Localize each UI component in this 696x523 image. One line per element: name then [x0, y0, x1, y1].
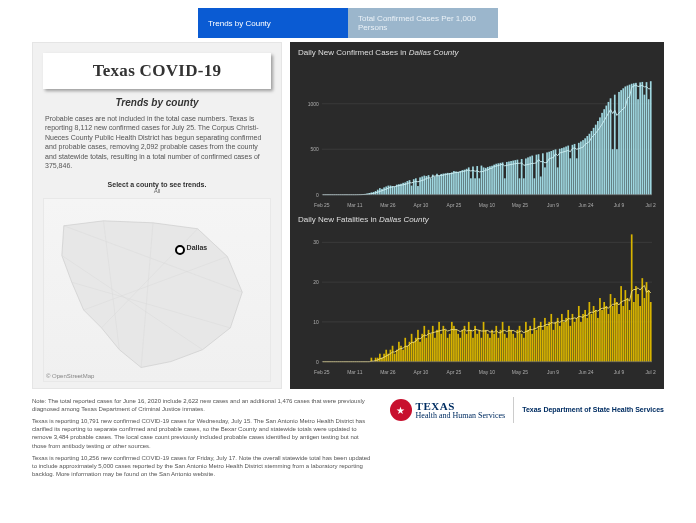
- svg-rect-249: [464, 326, 466, 362]
- svg-rect-99: [519, 178, 521, 194]
- svg-rect-134: [593, 128, 595, 195]
- svg-rect-337: [650, 302, 652, 362]
- svg-rect-235: [434, 338, 436, 362]
- svg-rect-160: [648, 99, 650, 194]
- svg-rect-329: [633, 302, 635, 362]
- svg-rect-250: [466, 334, 468, 362]
- svg-rect-288: [546, 326, 548, 362]
- svg-rect-110: [542, 153, 544, 194]
- svg-rect-209: [379, 354, 381, 362]
- svg-rect-58: [432, 175, 434, 195]
- tab-cases-per-1k[interactable]: Total Confirmed Cases Per 1,000 Persons: [348, 8, 498, 38]
- svg-rect-124: [572, 145, 574, 195]
- svg-rect-284: [538, 326, 540, 362]
- svg-rect-63: [443, 174, 445, 195]
- svg-rect-135: [595, 125, 597, 195]
- svg-rect-216: [394, 354, 396, 362]
- svg-text:Apr 25: Apr 25: [447, 370, 462, 375]
- county-map[interactable]: Dallas © OpenStreetMap: [43, 198, 271, 382]
- svg-rect-314: [601, 310, 603, 362]
- svg-rect-332: [639, 306, 641, 362]
- svg-text:Jul 9: Jul 9: [614, 203, 625, 208]
- svg-rect-221: [404, 338, 406, 362]
- svg-rect-323: [620, 286, 622, 362]
- svg-rect-309: [591, 314, 593, 362]
- svg-rect-266: [500, 330, 502, 362]
- svg-rect-319: [612, 306, 614, 362]
- svg-rect-158: [644, 95, 646, 195]
- svg-rect-59: [434, 176, 436, 194]
- svg-rect-248: [462, 330, 464, 362]
- svg-rect-51: [417, 186, 419, 195]
- svg-rect-318: [610, 294, 612, 362]
- svg-rect-263: [493, 334, 495, 362]
- svg-rect-154: [635, 83, 637, 195]
- svg-rect-215: [392, 346, 394, 362]
- svg-rect-89: [498, 163, 500, 194]
- svg-rect-86: [491, 166, 493, 195]
- svg-rect-303: [578, 306, 580, 362]
- svg-rect-279: [527, 330, 529, 362]
- svg-text:Jul 9: Jul 9: [614, 370, 625, 375]
- svg-rect-286: [542, 330, 544, 362]
- svg-text:30: 30: [313, 240, 319, 245]
- logo-divider: [513, 397, 514, 423]
- svg-rect-70: [457, 172, 459, 195]
- svg-rect-271: [510, 330, 512, 362]
- svg-rect-308: [589, 302, 591, 362]
- svg-rect-294: [559, 326, 561, 362]
- svg-rect-136: [597, 121, 599, 195]
- map-marker-dallas[interactable]: Dallas: [175, 245, 185, 255]
- svg-rect-315: [603, 302, 605, 362]
- svg-rect-251: [468, 322, 470, 362]
- svg-text:0: 0: [316, 360, 319, 365]
- svg-text:500: 500: [311, 147, 320, 152]
- page-title: Texas COVID-19: [43, 53, 271, 89]
- svg-rect-281: [531, 334, 533, 362]
- svg-text:20: 20: [313, 280, 319, 285]
- chart-cases[interactable]: 05001000Feb 25Mar 11Mar 26Apr 10Apr 25Ma…: [298, 61, 656, 211]
- svg-rect-50: [415, 178, 417, 194]
- svg-rect-35: [383, 187, 385, 194]
- svg-rect-75: [468, 167, 470, 194]
- svg-rect-146: [618, 92, 620, 195]
- svg-rect-225: [413, 342, 415, 362]
- svg-rect-159: [646, 82, 648, 195]
- hhs-logo: TEXASHealth and Human Services: [390, 399, 506, 421]
- svg-rect-247: [459, 338, 461, 362]
- svg-rect-64: [445, 173, 447, 194]
- svg-rect-280: [529, 326, 531, 362]
- svg-rect-109: [540, 176, 542, 194]
- svg-rect-105: [531, 156, 533, 195]
- svg-rect-224: [411, 334, 413, 362]
- svg-rect-156: [639, 82, 641, 194]
- svg-rect-48: [411, 186, 413, 195]
- svg-rect-145: [616, 149, 618, 194]
- svg-rect-68: [453, 171, 455, 195]
- county-select-value[interactable]: All: [33, 188, 281, 194]
- svg-rect-130: [584, 138, 586, 194]
- svg-rect-67: [451, 172, 453, 194]
- svg-rect-316: [605, 306, 607, 362]
- svg-rect-69: [455, 171, 457, 194]
- svg-rect-131: [586, 136, 588, 195]
- svg-rect-236: [436, 330, 438, 362]
- svg-text:Jun 9: Jun 9: [547, 203, 559, 208]
- map-credit: © OpenStreetMap: [46, 373, 94, 379]
- tab-trends-by-county[interactable]: Trends by County: [198, 8, 348, 38]
- svg-text:Apr 10: Apr 10: [414, 203, 429, 208]
- svg-text:Mar 26: Mar 26: [380, 370, 396, 375]
- chart-fatalities[interactable]: 0102030Feb 25Mar 11Mar 26Apr 10Apr 25May…: [298, 228, 656, 378]
- svg-rect-257: [481, 338, 483, 362]
- svg-rect-265: [498, 338, 500, 362]
- svg-rect-151: [629, 85, 631, 195]
- svg-rect-307: [586, 318, 588, 362]
- svg-rect-254: [474, 326, 476, 362]
- left-panel: Texas COVID-19 Trends by county Probable…: [32, 42, 282, 389]
- svg-rect-230: [423, 326, 425, 362]
- svg-rect-90: [500, 163, 502, 195]
- svg-rect-241: [447, 338, 449, 362]
- svg-rect-296: [563, 322, 565, 362]
- svg-rect-125: [574, 144, 576, 195]
- svg-rect-153: [633, 83, 635, 194]
